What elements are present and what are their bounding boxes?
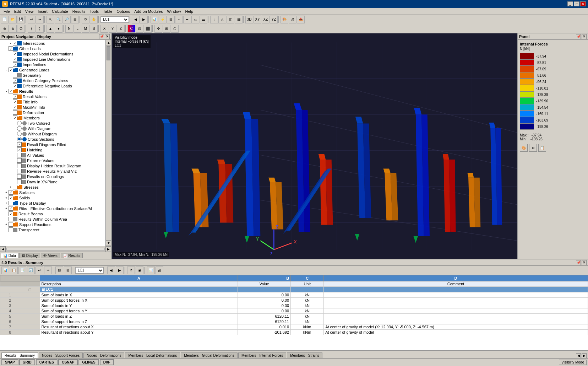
status-btn-osnap[interactable]: OSNAP (58, 359, 78, 365)
tree-cb-display-hidden[interactable] (17, 163, 22, 168)
restore-btn[interactable]: ◻ (574, 1, 579, 6)
bp-next[interactable]: ▶ (116, 267, 124, 274)
visibility-mode[interactable]: Visibility Mode (559, 360, 587, 365)
row-expand[interactable] (20, 330, 40, 335)
tree-item-type-of-display[interactable]: +Type of Display (0, 200, 105, 206)
tree-cb-extreme-values[interactable] (17, 158, 22, 163)
tree-radio-without-diagram[interactable] (17, 131, 22, 136)
tree-cb-imposed-line[interactable]: ✓ (13, 57, 17, 61)
tree-item-action-cat[interactable]: ✓Action Category Prestress (0, 78, 105, 83)
status-btn-grid[interactable]: GRID (19, 359, 35, 365)
tree-item-maxmin-info[interactable]: ✓Max/Min Info (0, 104, 105, 110)
tree-radio-with-diagram[interactable] (17, 126, 22, 131)
tb-save[interactable]: 💾 (17, 16, 25, 23)
tab-members-internal[interactable]: Members - Internal Forces (238, 352, 286, 358)
tree-expand-intersections[interactable]: - (9, 41, 13, 45)
tree-cb-stresses[interactable] (13, 185, 17, 189)
tb2-wire[interactable]: ⊡ (136, 25, 143, 33)
tb-render[interactable]: 🎨 (281, 16, 288, 23)
tree-cb-maxmin-info[interactable]: ✓ (13, 105, 17, 109)
hscroll-track[interactable] (6, 248, 105, 251)
tb-mat[interactable]: ▦ (235, 16, 243, 23)
tree-expand-reverse-results[interactable] (13, 169, 17, 173)
tab-nodes-deform[interactable]: Nodes - Deformations (83, 352, 124, 358)
bp-tb1[interactable]: 📊 (1, 267, 9, 274)
tree-expand-two-colored[interactable] (13, 121, 17, 125)
tree-item-deformation[interactable]: Deformation (0, 110, 105, 115)
bp-tb2[interactable]: 📋 (10, 267, 18, 274)
table-row[interactable]: 7 Resultant of reactions about X0.010kNm… (0, 324, 588, 330)
tb-next[interactable]: ▶ (140, 16, 148, 23)
menu-calculate[interactable]: Calculate (50, 9, 70, 14)
rp-close[interactable]: ✕ (582, 34, 587, 39)
tree-item-ribs[interactable]: +✓Ribs - Effective Contribution on Surfa… (0, 206, 105, 211)
tree-expand-separately[interactable] (9, 73, 13, 77)
bp-excel[interactable]: 📊 (147, 267, 155, 274)
table-row[interactable]: 6 Sum of support forces in Z6120.11kN (0, 319, 588, 324)
tree-cb-diff-neg[interactable]: ✓ (13, 84, 17, 88)
tree-cb-deformation[interactable] (13, 110, 17, 115)
tb-undo[interactable]: ↩ (28, 16, 36, 23)
tb2-4[interactable]: ⟨ (28, 25, 36, 33)
table-row[interactable]: 1 Sum of loads in X0.00kN (0, 292, 588, 298)
row-expand[interactable] (20, 303, 40, 308)
tree-expand-transparent[interactable] (4, 228, 9, 232)
tree-item-support-reactions[interactable]: +Support Reactions (0, 222, 105, 227)
panel-pin[interactable]: 📌 (99, 34, 104, 39)
tb-pan[interactable]: ✋ (90, 16, 98, 23)
minimize-btn[interactable]: _ (567, 1, 573, 6)
tree-item-hatching[interactable]: ✓Hatching (0, 147, 105, 152)
tree-cb-draw-xy[interactable] (17, 179, 22, 184)
tb-support[interactable]: △ (218, 16, 226, 23)
tree-item-generated-loads[interactable]: -✓Generated Loads (0, 67, 105, 72)
tb2-5[interactable]: ⟩ (36, 25, 44, 33)
bp-close[interactable]: ✕ (582, 260, 587, 265)
tb2-iso[interactable]: ⬡ (171, 25, 179, 33)
tree-cb-all-values[interactable] (17, 153, 22, 157)
row-expand[interactable] (20, 292, 40, 298)
bp-print2[interactable]: 🖨 (156, 267, 163, 274)
tree-item-intersections[interactable]: -✓Intersections (0, 41, 105, 46)
3d-canvas[interactable]: X Y Z Z (112, 33, 517, 259)
tree-item-results-within[interactable]: Results Within Column Area (0, 216, 105, 222)
tree-expand-all-values[interactable] (13, 153, 17, 157)
scroll-down[interactable]: ▼ (106, 240, 111, 246)
viewport[interactable]: Visibility mode Internal Forces N [kN] L… (112, 33, 517, 259)
tree-item-imposed-line[interactable]: ✓Imposed Line Deformations (0, 56, 105, 62)
tree-cb-result-beams[interactable]: ✓ (9, 211, 13, 216)
tree-cb-imposed-nodal[interactable]: ✓ (13, 52, 17, 56)
tree-scrollbar[interactable]: ▲ ▼ (105, 40, 111, 246)
tree-cb-results[interactable]: ✓ (9, 89, 13, 93)
tree-item-cross-sections[interactable]: Cross-Sections (0, 136, 105, 142)
status-btn-dxf[interactable]: DXF (100, 359, 114, 365)
row-expand[interactable]: □ (20, 287, 40, 292)
tab-nodes-support[interactable]: Nodes - Support Forces (39, 352, 83, 358)
menu-insert[interactable]: Insert (36, 9, 50, 14)
tree-cb-generated-loads[interactable]: ✓ (9, 68, 13, 72)
menu-view[interactable]: View (23, 9, 36, 14)
tree-expand-extreme-values[interactable] (13, 158, 17, 163)
tree-expand-result-beams[interactable] (4, 212, 9, 216)
close-btn[interactable]: ✕ (580, 1, 586, 6)
tree-expand-hatching[interactable] (13, 148, 17, 152)
legend-icon-2[interactable]: ⚙ (529, 144, 537, 152)
tree-item-members[interactable]: -✓Members (0, 115, 105, 120)
menu-options[interactable]: Options (114, 9, 132, 14)
bp-lc-select[interactable]: LC1 (75, 267, 104, 274)
bp-filter[interactable]: ⊟ (55, 267, 63, 274)
tb2-6[interactable]: ▲ (47, 25, 54, 33)
tree-expand-surfaces[interactable]: + (4, 190, 9, 195)
status-btn-glines[interactable]: GLINES (78, 359, 99, 365)
tree-radio-two-colored[interactable] (17, 121, 22, 125)
status-btn-cartes[interactable]: CARTES (36, 359, 58, 365)
tree-cb-intersections[interactable]: ✓ (13, 41, 17, 45)
left-tab-views[interactable]: 👁 Views (41, 253, 60, 258)
tb-calc[interactable]: ⚡ (159, 16, 167, 23)
left-tab-results[interactable]: 📈 Results (61, 253, 83, 258)
tree-cb-solids[interactable]: ✓ (9, 195, 13, 200)
bp-group[interactable]: ⊞ (64, 267, 72, 274)
tb-rotate[interactable]: ↻ (82, 16, 89, 23)
tree-item-result-beams[interactable]: ✓Result Beams (0, 211, 105, 216)
tree-cb-separately[interactable] (13, 73, 17, 77)
bp-tb6[interactable]: ↪ (44, 267, 52, 274)
